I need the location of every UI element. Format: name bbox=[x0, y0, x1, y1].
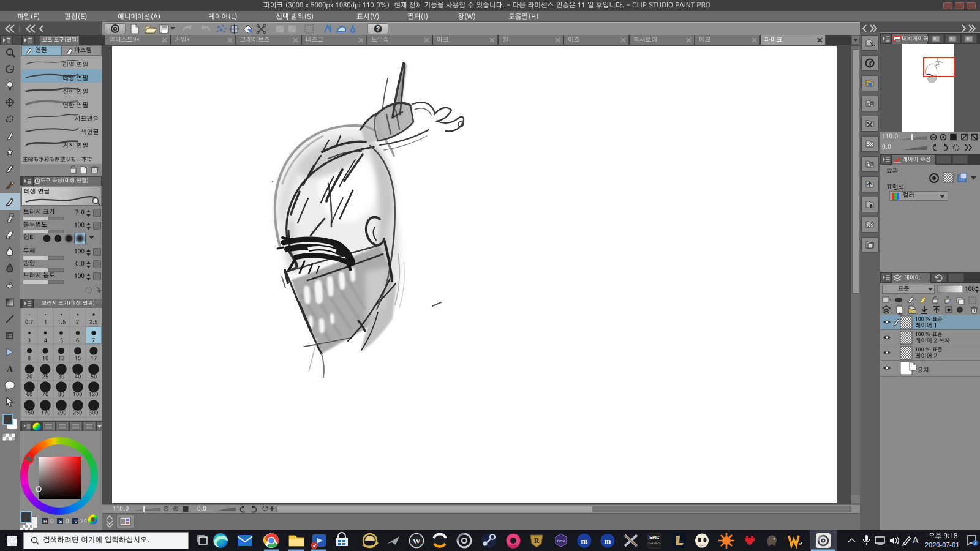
svg-text:GAMES: GAMES bbox=[649, 541, 661, 545]
svg-text:H: H bbox=[43, 519, 47, 524]
svg-text:7: 7 bbox=[974, 541, 977, 546]
svg-text:nox: nox bbox=[557, 538, 565, 544]
svg-text:m: m bbox=[581, 536, 588, 545]
svg-text:A: A bbox=[7, 364, 13, 374]
svg-text:m: m bbox=[605, 536, 611, 545]
svg-text:?: ? bbox=[376, 26, 380, 32]
svg-text:V: V bbox=[74, 519, 78, 524]
svg-text:S: S bbox=[59, 519, 62, 524]
svg-text:EPIC: EPIC bbox=[649, 535, 659, 539]
svg-text:R: R bbox=[534, 536, 540, 545]
svg-text:W: W bbox=[413, 536, 421, 545]
